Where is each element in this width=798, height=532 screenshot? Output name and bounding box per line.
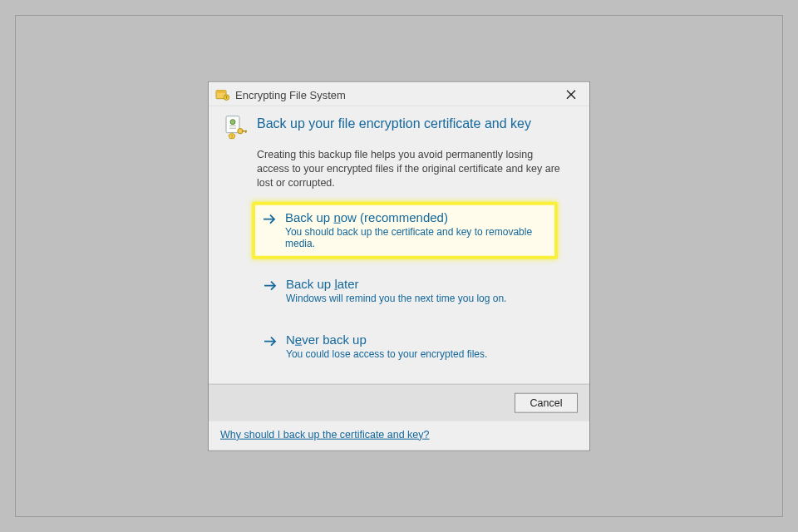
certificate-key-icon: ! bbox=[224, 115, 249, 140]
close-button[interactable] bbox=[559, 87, 583, 102]
svg-point-4 bbox=[226, 96, 228, 97]
titlebar: Encrypting File System bbox=[209, 82, 589, 106]
dialog-footer: Cancel bbox=[209, 383, 589, 421]
option-title: Back up later bbox=[286, 276, 547, 290]
svg-rect-13 bbox=[245, 131, 246, 133]
option-texts: Never back up You could lose access to y… bbox=[286, 332, 547, 359]
efs-titlebar-icon bbox=[215, 87, 230, 102]
option-texts: Back up now (recommended) You should bac… bbox=[285, 209, 548, 249]
option-backup-now[interactable]: Back up now (recommended) You should bac… bbox=[252, 201, 558, 259]
option-texts: Back up later Windows will remind you th… bbox=[286, 276, 547, 303]
dialog-body: ! Back up your file encryption certifica… bbox=[209, 106, 589, 384]
arrow-right-icon bbox=[263, 333, 278, 348]
svg-rect-1 bbox=[216, 91, 226, 93]
close-icon bbox=[566, 90, 576, 100]
dialog-title: Encrypting File System bbox=[235, 88, 559, 101]
svg-rect-10 bbox=[229, 128, 236, 129]
arrow-right-icon bbox=[263, 278, 278, 293]
arrow-right-icon bbox=[262, 211, 277, 226]
dialog-heading: Back up your file encryption certificate… bbox=[257, 115, 531, 131]
option-title: Never back up bbox=[286, 332, 547, 346]
cancel-button[interactable]: Cancel bbox=[515, 392, 578, 412]
option-subtitle: You could lose access to your encrypted … bbox=[286, 347, 547, 359]
option-never-backup[interactable]: Never back up You could lose access to y… bbox=[252, 323, 558, 370]
option-subtitle: You should back up the certificate and k… bbox=[285, 225, 548, 249]
option-backup-later[interactable]: Back up later Windows will remind you th… bbox=[252, 267, 558, 314]
outer-frame: Encrypting File System bbox=[15, 15, 783, 517]
help-link[interactable]: Why should I back up the certificate and… bbox=[220, 428, 430, 440]
efs-backup-dialog: Encrypting File System bbox=[208, 81, 590, 451]
header-row: ! Back up your file encryption certifica… bbox=[224, 115, 564, 140]
dialog-description: Creating this backup file helps you avoi… bbox=[257, 148, 564, 190]
svg-point-8 bbox=[230, 120, 235, 125]
help-link-row: Why should I back up the certificate and… bbox=[209, 421, 589, 450]
svg-rect-9 bbox=[229, 126, 236, 126]
options-list: Back up now (recommended) You should bac… bbox=[252, 201, 558, 370]
option-title: Back up now (recommended) bbox=[285, 209, 548, 224]
option-subtitle: Windows will remind you the next time yo… bbox=[286, 292, 547, 303]
